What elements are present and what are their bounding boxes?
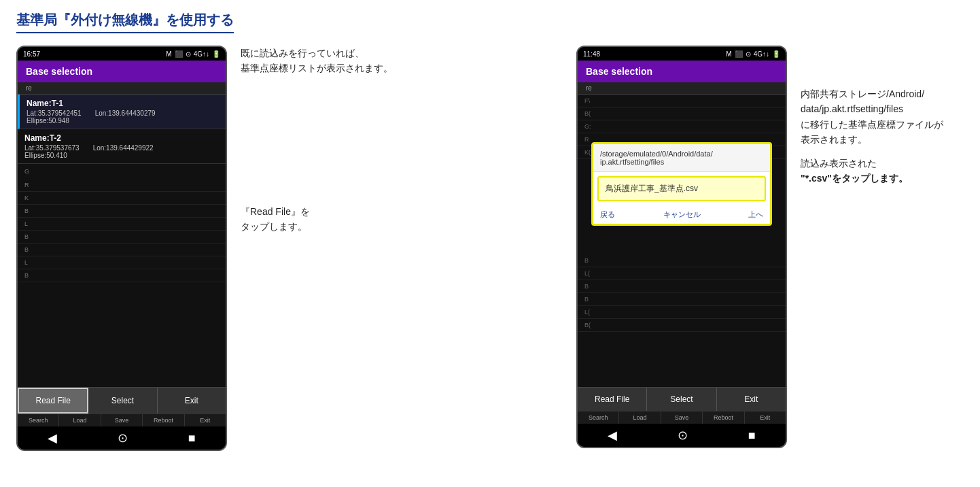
left-empty-l1: L — [18, 218, 226, 231]
left-empty-r: R — [18, 179, 226, 192]
right-annotation-storage: 内部共有ストレージ/Android/ data/jp.akt.rtfsettin… — [801, 86, 950, 148]
file-picker-actions: 戻る キャンセル 上へ — [593, 205, 770, 224]
left-status-bar: 16:57 M ⬛ ⊙ 4G↑↓ 🔋 — [18, 47, 226, 61]
right-tab-load[interactable]: Load — [619, 412, 661, 424]
left-tab-search[interactable]: Search — [18, 414, 59, 426]
right-exit-button[interactable]: Exit — [717, 388, 786, 411]
left-empty-b4: B — [18, 269, 226, 282]
right-tab-reboot[interactable]: Reboot — [703, 412, 744, 424]
left-tab-bar: Search Load Save Reboot Exit — [18, 414, 226, 426]
right-phone: 11:48 M ⬛ ⊙ 4G↑↓ 🔋 Base selection re — [576, 46, 787, 448]
item-2-lat: Lat:35.379537673 — [24, 144, 80, 152]
file-picker-path: /storage/emulated/0/Android/data/ip.akt.… — [593, 144, 770, 172]
r-row-g: G: — [578, 120, 786, 133]
left-tab-reboot[interactable]: Reboot — [143, 414, 184, 426]
r-row-b2: B — [578, 254, 786, 267]
left-empty-b3: B — [18, 244, 226, 256]
right-nav-bar: ◀ ⊙ ■ — [578, 424, 786, 447]
item-1-name: Name:T-1 — [27, 99, 219, 108]
list-item-1[interactable]: Name:T-1 Lat:35.379542451 Lon:139.644430… — [18, 95, 226, 129]
right-list-area: F\ B( G: R K( /storage/emulated/0/Androi… — [578, 95, 786, 387]
left-phone: 16:57 M ⬛ ⊙ 4G↑↓ 🔋 Base selection re — [16, 46, 227, 451]
left-tab-exit[interactable]: Exit — [185, 414, 226, 426]
left-home-icon[interactable]: ⊙ — [118, 431, 128, 446]
left-back-icon[interactable]: ◀ — [48, 431, 57, 446]
left-app-header: Base selection — [18, 61, 226, 82]
file-picker-overlay: /storage/emulated/0/Android/data/ip.akt.… — [584, 135, 779, 233]
left-exit-button[interactable]: Exit — [158, 388, 226, 414]
right-app-header: Base selection — [578, 61, 786, 82]
file-picker-up[interactable]: 上へ — [748, 209, 763, 220]
left-empty-b1: B — [18, 205, 226, 218]
right-sub-header: re — [578, 82, 786, 95]
right-tab-exit[interactable]: Exit — [745, 412, 786, 424]
r-row-b3: B — [578, 280, 786, 293]
right-tab-bar: Search Load Save Reboot Exit — [578, 411, 786, 424]
left-list-area: Name:T-1 Lat:35.379542451 Lon:139.644430… — [18, 95, 226, 387]
file-picker-cancel[interactable]: キャンセル — [663, 209, 701, 220]
right-recents-icon[interactable]: ■ — [748, 429, 756, 443]
left-annotation-block: 既に読込みを行っていれば、 基準点座標リストが表示されます。 『Read Fil… — [227, 46, 406, 267]
item-2-ellipse: Ellipse:50.410 — [24, 152, 219, 159]
file-picker-csv-item[interactable]: 鳥浜護岸工事_基準点.csv — [597, 176, 766, 201]
right-annotation-block: 内部共有ストレージ/Android/ data/jp.akt.rtfsettin… — [787, 46, 964, 194]
item-2-lon: Lon:139.644429922 — [93, 144, 154, 152]
item-1-lat: Lat:35.379542451 — [27, 110, 82, 117]
page-title: 基準局『外付け無線機』を使用する — [16, 11, 234, 33]
right-time: 11:48 — [583, 50, 600, 58]
left-bottom-buttons: Read File Select Exit — [18, 387, 226, 414]
page-container: 基準局『外付け無線機』を使用する 16:57 M ⬛ ⊙ 4G↑↓ 🔋 Base… — [0, 0, 980, 487]
r-row-l1: L( — [578, 267, 786, 280]
r-row-b4: B — [578, 293, 786, 306]
content-row: 16:57 M ⬛ ⊙ 4G↑↓ 🔋 Base selection re — [16, 46, 964, 451]
left-annotation-bottom: 『Read File』を タップします。 — [241, 204, 393, 235]
r-row-b5: B( — [578, 319, 786, 332]
item-1-detail: Lat:35.379542451 Lon:139.644430279 — [27, 110, 219, 117]
file-picker-dialog: /storage/emulated/0/Android/data/ip.akt.… — [591, 142, 772, 226]
left-tab-save[interactable]: Save — [101, 414, 143, 426]
item-1-lon: Lon:139.644430279 — [95, 110, 156, 117]
file-picker-back[interactable]: 戻る — [600, 209, 615, 220]
r-row-l2: L( — [578, 306, 786, 319]
right-home-icon[interactable]: ⊙ — [678, 428, 688, 443]
left-empty-l2: L — [18, 256, 226, 269]
left-status-icons: M ⬛ ⊙ 4G↑↓ 🔋 — [166, 50, 220, 58]
left-nav-bar: ◀ ⊙ ■ — [18, 426, 226, 450]
right-tab-save[interactable]: Save — [661, 412, 703, 424]
left-tab-load[interactable]: Load — [59, 414, 101, 426]
left-read-file-button[interactable]: Read File — [18, 388, 88, 414]
right-tab-search[interactable]: Search — [578, 412, 619, 424]
left-annotation-top: 既に読込みを行っていれば、 基準点座標リストが表示されます。 — [241, 46, 393, 76]
right-bottom-buttons: Read File Select Exit — [578, 387, 786, 411]
left-empty-k: K — [18, 192, 226, 205]
right-annotation-tap: 読込み表示された "*.csv"をタップします。 — [801, 156, 950, 186]
item-2-name: Name:T-2 — [24, 133, 219, 143]
left-recents-icon[interactable]: ■ — [188, 431, 196, 446]
right-read-file-button[interactable]: Read File — [578, 388, 647, 411]
right-status-icons: M ⬛ ⊙ 4G↑↓ 🔋 — [726, 50, 780, 58]
right-back-icon[interactable]: ◀ — [608, 428, 617, 443]
right-select-button[interactable]: Select — [647, 388, 716, 411]
item-2-detail: Lat:35.379537673 Lon:139.644429922 — [24, 144, 219, 152]
r-row-b1: B( — [578, 107, 786, 120]
left-empty-b2: B — [18, 231, 226, 244]
list-item-2[interactable]: Name:T-2 Lat:35.379537673 Lon:139.644429… — [18, 129, 226, 164]
left-time: 16:57 — [23, 50, 40, 58]
item-1-ellipse: Ellipse:50.948 — [27, 117, 219, 124]
left-empty-g: G — [18, 164, 226, 179]
left-sub-header: re — [18, 82, 226, 95]
r-row-f: F\ — [578, 95, 786, 107]
right-status-bar: 11:48 M ⬛ ⊙ 4G↑↓ 🔋 — [578, 47, 786, 61]
left-select-button[interactable]: Select — [88, 388, 157, 414]
